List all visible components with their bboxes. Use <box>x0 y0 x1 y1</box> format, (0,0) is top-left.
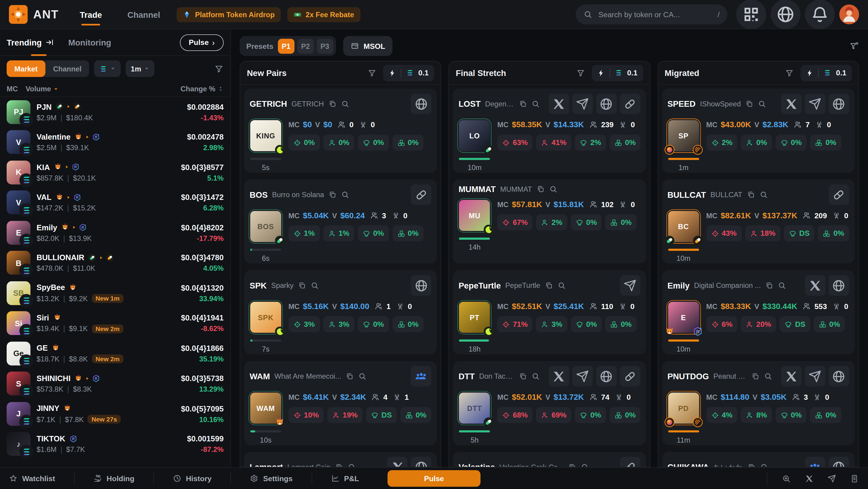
search-icon[interactable] <box>549 185 558 193</box>
search-icon[interactable] <box>531 372 540 380</box>
quick-buy-amount[interactable]: 0.1 <box>801 64 852 81</box>
globe-icon[interactable] <box>829 93 849 114</box>
col-mc[interactable]: MC <box>7 85 18 93</box>
search-icon[interactable] <box>581 463 589 467</box>
copy-icon[interactable] <box>751 372 760 380</box>
token-card[interactable]: GETRICH GETRICH <box>244 89 437 173</box>
x-icon[interactable] <box>804 473 814 483</box>
footer-item[interactable]: Holding <box>93 472 154 485</box>
bell-icon[interactable] <box>805 0 835 29</box>
x-icon[interactable] <box>387 457 407 467</box>
x-icon[interactable] <box>549 366 569 387</box>
token-card[interactable]: DTT Don Taco Trump <box>453 361 646 445</box>
search-input[interactable] <box>597 10 713 19</box>
search-icon[interactable] <box>764 372 772 380</box>
token-row[interactable]: Si Siri $19.4K | $9.1K <box>0 308 230 338</box>
copy-icon[interactable] <box>298 281 307 290</box>
x-icon[interactable] <box>781 366 802 387</box>
token-row[interactable]: J JINNY $7.1K | $7.8K <box>0 399 230 429</box>
copy-icon[interactable] <box>745 100 754 108</box>
promo-badge[interactable]: Platform Token Airdrop <box>177 7 281 22</box>
footer-item[interactable]: P&L <box>331 472 378 485</box>
search-icon[interactable] <box>531 100 540 108</box>
preset-button[interactable]: P2 <box>297 39 314 54</box>
people-icon[interactable] <box>805 457 826 467</box>
search-icon[interactable] <box>760 463 769 467</box>
wallet-button[interactable]: MSOL <box>343 36 392 56</box>
telegram-icon[interactable] <box>827 473 836 483</box>
token-row[interactable]: K KIA R $857.8K | $20.1K <box>0 157 230 187</box>
pill-icon[interactable] <box>620 366 641 387</box>
search-box[interactable]: / <box>576 4 727 24</box>
token-row[interactable]: V VAL R $147.2K | $15.2K <box>0 187 230 218</box>
telegram-icon[interactable] <box>572 93 593 114</box>
globe-icon[interactable] <box>829 366 849 387</box>
search-icon[interactable] <box>760 190 768 199</box>
globe-icon[interactable] <box>596 366 617 387</box>
x-icon[interactable] <box>805 275 826 296</box>
token-card[interactable]: WAM What Are Memecoi... <box>244 361 437 445</box>
people-icon[interactable] <box>411 366 431 387</box>
footer-item[interactable]: History <box>173 472 231 485</box>
pulse-link-button[interactable]: Pulse › <box>180 34 224 51</box>
telegram-icon[interactable] <box>805 93 826 114</box>
search-icon[interactable] <box>557 281 566 290</box>
funnel-icon[interactable] <box>785 68 794 77</box>
copy-icon[interactable] <box>518 372 527 380</box>
x-icon[interactable] <box>781 93 802 114</box>
copy-icon[interactable] <box>329 190 337 199</box>
token-row[interactable]: S SHINICHI R $573.8K | $8.3K <box>0 368 230 399</box>
token-card[interactable]: CHIIKAWA ちいかわ <box>662 452 855 467</box>
footer-item[interactable]: Settings <box>250 472 312 485</box>
token-row[interactable]: SB SpyBee $13.2K | $9.2K <box>0 278 230 308</box>
token-row[interactable]: Ge GE $18.7K | $8.8K <box>0 338 230 368</box>
toggle-channel[interactable]: Channel <box>45 60 89 77</box>
token-card[interactable]: BULLCAT BULLCAT <box>662 179 855 264</box>
preset-button[interactable]: P3 <box>316 39 333 54</box>
token-card[interactable]: LOST Degens Never Die <box>453 89 646 173</box>
tab-trending[interactable]: Trending <box>7 38 54 47</box>
telegram-icon[interactable] <box>572 366 593 387</box>
token-row[interactable]: B BULLIONAIR $478.0K | $11.0K <box>0 248 230 278</box>
nav-trade[interactable]: Trade <box>80 0 102 29</box>
globe-icon[interactable] <box>829 457 849 467</box>
qr-icon[interactable] <box>736 0 766 29</box>
token-card[interactable]: PNUTDOG Peanut The Dog <box>662 361 855 445</box>
globe-icon[interactable] <box>411 275 431 296</box>
toggle-market[interactable]: Market <box>7 60 45 77</box>
token-card[interactable]: Lamport Lamport Coin <box>244 452 437 467</box>
telegram-icon[interactable] <box>620 275 641 296</box>
search-icon[interactable] <box>778 281 786 290</box>
copy-icon[interactable] <box>536 185 545 193</box>
token-card[interactable]: SPK Sparky <box>244 270 437 354</box>
pulse-button[interactable]: Pulse <box>388 470 481 487</box>
footer-item[interactable]: Watchlist <box>9 472 74 485</box>
promo-badge[interactable]: 2x Fee Rebate <box>287 7 360 22</box>
copy-icon[interactable] <box>765 281 774 290</box>
quick-buy-amount[interactable]: 0.1 <box>592 64 643 81</box>
globe-icon[interactable] <box>411 457 431 467</box>
token-row[interactable]: PJ PJN $2.9M | $180.4K <box>0 97 230 127</box>
telegram-icon[interactable] <box>805 366 826 387</box>
copy-icon[interactable] <box>545 281 553 290</box>
copy-icon[interactable] <box>568 463 577 467</box>
search-icon[interactable] <box>341 190 350 199</box>
search-icon[interactable] <box>341 100 349 108</box>
globe-icon[interactable] <box>771 0 801 29</box>
token-card[interactable]: MUMMAT MUMMAT <box>453 179 646 264</box>
pill-icon[interactable] <box>620 93 641 114</box>
token-row[interactable]: E Emily R $82.0K | $13.9K <box>0 218 230 248</box>
copy-icon[interactable] <box>518 100 527 108</box>
tab-monitoring[interactable]: Monitoring <box>68 38 111 47</box>
x-icon[interactable] <box>549 93 569 114</box>
search-icon[interactable] <box>358 372 367 380</box>
copy-icon[interactable] <box>335 463 343 467</box>
globe-icon[interactable] <box>596 93 617 114</box>
zoom-in-icon[interactable] <box>781 473 791 483</box>
copy-icon[interactable] <box>328 100 337 108</box>
pill-icon[interactable] <box>411 184 431 205</box>
copy-icon[interactable] <box>747 463 755 467</box>
col-volume[interactable]: Volume <box>26 85 59 93</box>
col-change[interactable]: Change % <box>181 85 224 93</box>
preset-button[interactable]: P1 <box>278 39 294 54</box>
